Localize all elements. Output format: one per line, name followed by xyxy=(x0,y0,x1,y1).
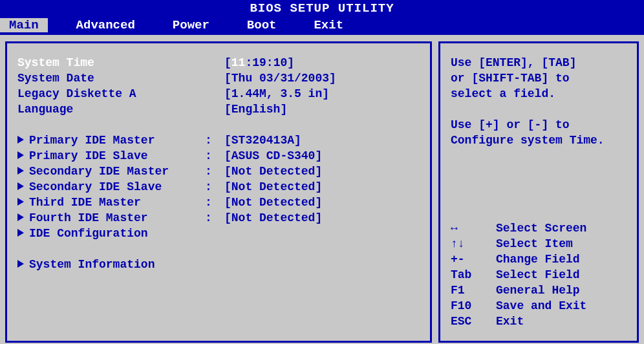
field-secondary-ide-slave[interactable]: Secondary IDE Slave : [Not Detected] xyxy=(17,179,420,195)
submenu-arrow-icon xyxy=(17,167,24,175)
nav-exit: ESCExit xyxy=(451,314,627,329)
field-language[interactable]: Language [English] xyxy=(17,102,420,117)
submenu-arrow-icon xyxy=(17,260,24,268)
system-time-label: System Time xyxy=(17,55,205,70)
submenu-arrow-icon xyxy=(17,198,24,206)
field-system-information[interactable]: System Information xyxy=(17,257,420,272)
system-time-value[interactable]: [11:19:10] xyxy=(224,55,294,70)
third-ide-master-value: [Not Detected] xyxy=(224,195,322,210)
main-panel: System Time [11:19:10] System Date [Thu … xyxy=(5,41,432,343)
secondary-ide-master-value: [Not Detected] xyxy=(224,164,322,179)
submenu-arrow-icon xyxy=(17,229,24,237)
primary-ide-master-value: [ST320413A] xyxy=(224,133,301,148)
language-value[interactable]: [English] xyxy=(224,102,287,117)
nav-select-item: ↑↓Select Item xyxy=(451,236,627,252)
field-fourth-ide-master[interactable]: Fourth IDE Master : [Not Detected] xyxy=(17,210,420,226)
help-panel: Use [ENTER], [TAB] or [SHIFT-TAB] to sel… xyxy=(438,41,639,343)
field-system-date[interactable]: System Date [Thu 03/31/2003] xyxy=(17,70,420,86)
secondary-ide-slave-value: [Not Detected] xyxy=(224,179,322,195)
primary-ide-slave-value: [ASUS CD-S340] xyxy=(224,148,322,164)
system-date-value[interactable]: [Thu 03/31/2003] xyxy=(224,70,336,86)
fourth-ide-master-value: [Not Detected] xyxy=(224,210,322,226)
content-area: System Time [11:19:10] System Date [Thu … xyxy=(0,35,644,343)
menu-bar: Main Advanced Power Boot Exit xyxy=(0,17,644,35)
field-legacy-diskette[interactable]: Legacy Diskette A [1.44M, 3.5 in] xyxy=(17,86,420,102)
language-label: Language xyxy=(17,102,205,117)
field-primary-ide-master[interactable]: Primary IDE Master : [ST320413A] xyxy=(17,133,420,148)
nav-save-exit: F10Save and Exit xyxy=(451,298,627,314)
submenu-arrow-icon xyxy=(17,213,24,221)
submenu-arrow-icon xyxy=(17,136,24,144)
help-text: Use [ENTER], [TAB] or [SHIFT-TAB] to sel… xyxy=(451,55,627,148)
field-system-time[interactable]: System Time [11:19:10] xyxy=(17,55,420,70)
nav-select-field: TabSelect Field xyxy=(451,267,627,283)
menu-exit[interactable]: Exit xyxy=(305,18,352,32)
nav-general-help: F1General Help xyxy=(451,283,627,298)
menu-power[interactable]: Power xyxy=(164,18,219,32)
submenu-arrow-icon xyxy=(17,151,24,159)
nav-help: ↔Select Screen ↑↓Select Item +-Change Fi… xyxy=(451,220,627,329)
submenu-arrow-icon xyxy=(17,182,24,190)
system-date-label: System Date xyxy=(17,70,205,86)
title-bar: BIOS SETUP UTILITY xyxy=(0,0,644,17)
nav-select-screen: ↔Select Screen xyxy=(451,220,627,236)
field-secondary-ide-master[interactable]: Secondary IDE Master : [Not Detected] xyxy=(17,164,420,179)
nav-change-field: +-Change Field xyxy=(451,252,627,267)
legacy-diskette-label: Legacy Diskette A xyxy=(17,86,205,102)
menu-advanced[interactable]: Advanced xyxy=(67,18,144,32)
menu-main[interactable]: Main xyxy=(0,18,48,32)
menu-boot[interactable]: Boot xyxy=(238,18,286,32)
field-primary-ide-slave[interactable]: Primary IDE Slave : [ASUS CD-S340] xyxy=(17,148,420,164)
field-third-ide-master[interactable]: Third IDE Master : [Not Detected] xyxy=(17,195,420,210)
legacy-diskette-value[interactable]: [1.44M, 3.5 in] xyxy=(224,86,329,102)
field-ide-configuration[interactable]: IDE Configuration xyxy=(17,226,420,241)
